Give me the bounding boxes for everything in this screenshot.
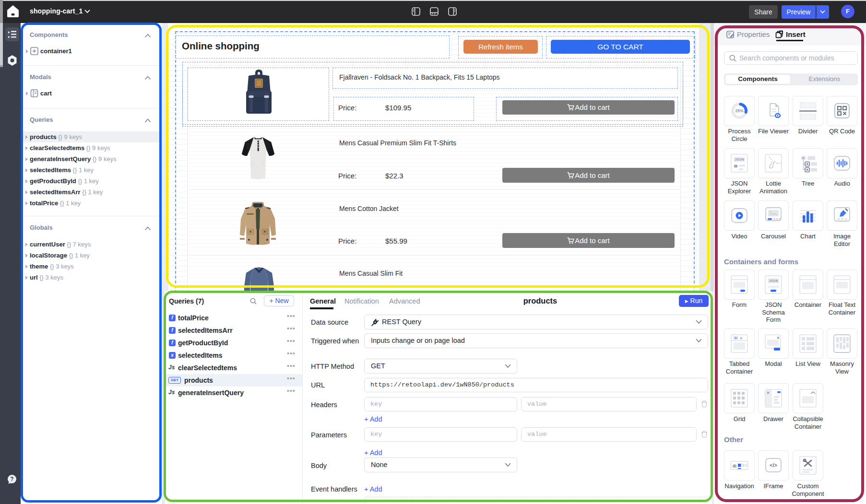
svg-text:</>: </> — [770, 462, 777, 468]
svg-text:JSON: JSON — [769, 279, 778, 282]
svg-text:B: B — [740, 337, 743, 340]
svg-text:25%: 25% — [735, 108, 743, 113]
svg-text:?: ? — [10, 476, 13, 482]
svg-text:A: A — [735, 337, 737, 340]
svg-text:JSON: JSON — [735, 158, 744, 161]
